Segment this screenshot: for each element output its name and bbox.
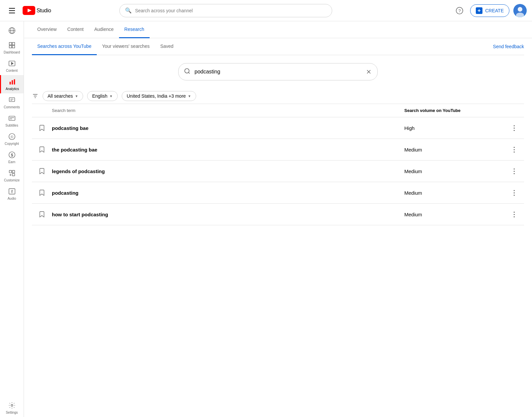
sidebar-item-subtitles[interactable]: Subtitles [0,112,24,130]
subtab-saved[interactable]: Saved [155,38,179,55]
svg-text:$: $ [11,153,13,157]
svg-rect-19 [12,80,13,84]
sidebar-earn-label: Earn [8,160,15,164]
table-row[interactable]: how to start podcasting Medium ⋮ [32,204,524,225]
sub-tabs: Searches across YouTube Your viewers' se… [32,38,524,55]
tab-overview[interactable]: Overview [32,21,62,38]
sidebar-analytics-label: Analytics [6,87,19,91]
search-volume-5: Medium [404,212,504,217]
hamburger-menu[interactable] [5,4,19,17]
svg-rect-24 [9,116,15,121]
research-search-input[interactable] [195,69,365,75]
bookmark-button-2[interactable] [32,146,52,153]
sidebar-item-channel[interactable] [0,24,24,39]
bookmark-button-1[interactable] [32,124,52,132]
svg-rect-21 [9,98,15,102]
search-term-3: legends of podcasting [52,168,404,174]
nav-right-actions: ? + CREATE [453,4,527,17]
content-icon [8,59,16,67]
sidebar: Dashboard Content Analytics Comments Sub… [0,21,24,417]
svg-text:f: f [11,189,13,194]
help-button[interactable]: ? [453,4,466,17]
sidebar-item-dashboard[interactable]: Dashboard [0,39,24,57]
research-search-icon [184,68,191,76]
sidebar-item-comments[interactable]: Comments [0,93,24,112]
sidebar-item-earn[interactable]: $ Earn [0,148,24,166]
subtab-searches-youtube[interactable]: Searches across YouTube [32,38,97,55]
svg-point-39 [185,68,189,73]
svg-point-38 [11,404,13,406]
research-search-bar[interactable] [178,63,378,80]
bookmark-button-5[interactable] [32,211,52,218]
youtube-studio-logo[interactable]: Studio [23,6,51,15]
filters-row: All searches ▼ English ▼ United States, … [32,86,524,104]
table-row[interactable]: legends of podcasting Medium ⋮ [32,160,524,182]
sidebar-subtitles-label: Subtitles [5,124,18,127]
svg-rect-35 [12,173,14,176]
more-options-5[interactable]: ⋮ [504,210,524,218]
sidebar-content-label: Content [6,69,18,72]
more-options-2[interactable]: ⋮ [504,146,524,154]
copyright-icon: © [8,133,16,141]
svg-rect-31 [9,170,11,173]
filter-language[interactable]: English ▼ [87,91,118,101]
tab-audience[interactable]: Audience [89,21,119,38]
search-volume-2: Medium [404,147,504,153]
sidebar-item-settings[interactable]: Settings [0,399,24,417]
subtab-viewers-searches[interactable]: Your viewers' searches [97,38,155,55]
table-row[interactable]: podcasting Medium ⋮ [32,182,524,204]
search-term-2: the podcasting bae [52,147,404,153]
globe-icon [8,27,16,35]
sidebar-comments-label: Comments [4,105,20,109]
comments-icon [8,96,16,104]
analytics-icon [8,78,16,86]
filter-location-label: United States, India +3 more [127,93,186,99]
svg-rect-13 [12,43,14,45]
tab-research[interactable]: Research [119,21,150,38]
table-row[interactable]: the podcasting bae Medium ⋮ [32,139,524,160]
global-search-bar[interactable]: 🔍 [119,4,332,17]
more-options-1[interactable]: ⋮ [504,124,524,132]
bookmark-button-3[interactable] [32,167,52,175]
svg-text:©: © [10,135,13,139]
search-volume-4: Medium [404,190,504,196]
sidebar-item-analytics[interactable]: Analytics [0,75,24,93]
sidebar-item-audio[interactable]: f Audio [0,185,24,203]
table-header: Search term Search volume on YouTube [32,104,524,117]
table-row[interactable]: podcasting bae High ⋮ [32,117,524,139]
svg-rect-15 [12,46,14,48]
dashboard-icon [8,41,16,49]
more-options-4[interactable]: ⋮ [504,189,524,197]
sidebar-item-copyright[interactable]: © Copyright [0,130,24,148]
create-button[interactable]: + CREATE [470,4,509,17]
bookmark-button-4[interactable] [32,189,52,196]
customize-icon [8,169,16,177]
tab-content[interactable]: Content [62,21,89,38]
global-search-input[interactable] [135,8,327,13]
search-term-1: podcasting bae [52,125,404,131]
svg-text:?: ? [459,8,461,13]
avatar[interactable] [513,4,527,17]
send-feedback-button[interactable]: Send feedback [493,39,524,54]
more-options-3[interactable]: ⋮ [504,167,524,175]
svg-rect-20 [14,79,15,85]
svg-rect-18 [10,82,11,84]
top-navigation: Studio 🔍 ? + CREATE [0,0,532,21]
sidebar-item-customize[interactable]: Customize [0,166,24,185]
sidebar-item-content[interactable]: Content [0,57,24,75]
earn-icon: $ [8,151,16,159]
results-table: Search term Search volume on YouTube pod… [32,104,524,225]
filter-search-type-label: All searches [48,93,73,99]
filter-search-type[interactable]: All searches ▼ [43,91,83,101]
filter-search-type-chevron: ▼ [75,94,78,98]
research-search-clear-button[interactable] [365,68,372,75]
column-header-term: Search term [32,108,404,113]
search-term-5: how to start podcasting [52,212,404,217]
svg-point-7 [518,7,522,12]
search-term-4: podcasting [52,190,404,196]
content-area: Searches across YouTube Your viewers' se… [24,38,532,225]
subtitles-icon [8,114,16,122]
filter-location-chevron: ▼ [188,94,191,98]
sidebar-dashboard-label: Dashboard [4,51,20,54]
filter-location[interactable]: United States, India +3 more ▼ [122,91,196,101]
